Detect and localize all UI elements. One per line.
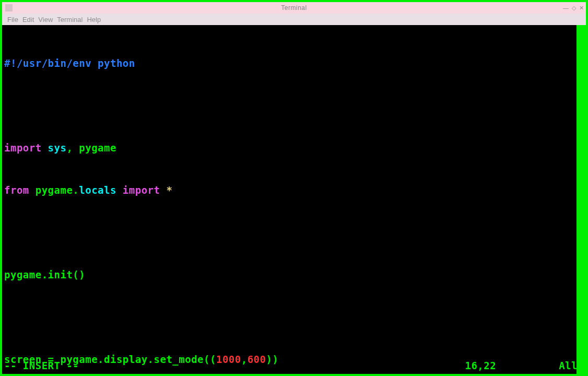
right-edge-strip — [577, 25, 586, 374]
text-pygame-dot: pygame. — [29, 184, 79, 196]
mod-locals: locals — [79, 184, 116, 196]
minimize-button[interactable]: — — [563, 5, 569, 11]
app-icon — [5, 4, 13, 11]
kw-import2: import — [116, 184, 160, 196]
kw-import: import — [4, 142, 42, 154]
close-button[interactable]: ✕ — [579, 5, 584, 11]
mod-sys: sys — [42, 142, 67, 154]
menu-file[interactable]: File — [7, 16, 18, 24]
vim-scroll-percent: All — [559, 359, 578, 373]
menu-edit[interactable]: Edit — [22, 16, 34, 24]
parens: () — [73, 269, 85, 280]
titlebar[interactable]: Terminal — ◇ ✕ — [2, 2, 586, 14]
menu-help[interactable]: Help — [87, 16, 101, 24]
editor-area[interactable]: #!/usr/bin/env python import sys, pygame… — [2, 25, 586, 374]
window-title: Terminal — [281, 4, 307, 11]
kw-from: from — [4, 184, 29, 196]
vim-mode: -- INSERT -- — [4, 359, 79, 373]
menu-terminal[interactable]: Terminal — [57, 16, 83, 24]
terminal-window: Terminal — ◇ ✕ File Edit View Terminal H… — [2, 2, 586, 374]
vim-cursor-position: 16,22 — [465, 359, 496, 373]
code-shebang: #!/usr/bin/env python — [4, 57, 135, 69]
text-pygame: , pygame — [66, 142, 116, 154]
maximize-button[interactable]: ◇ — [572, 5, 576, 11]
star: * — [160, 184, 173, 196]
menubar: File Edit View Terminal Help — [2, 14, 586, 25]
vim-statusline: -- INSERT -- 16,22 All — [4, 359, 584, 373]
window-controls: — ◇ ✕ — [563, 5, 584, 11]
menu-view[interactable]: View — [38, 16, 53, 24]
call-init: pygame.init — [4, 269, 73, 280]
